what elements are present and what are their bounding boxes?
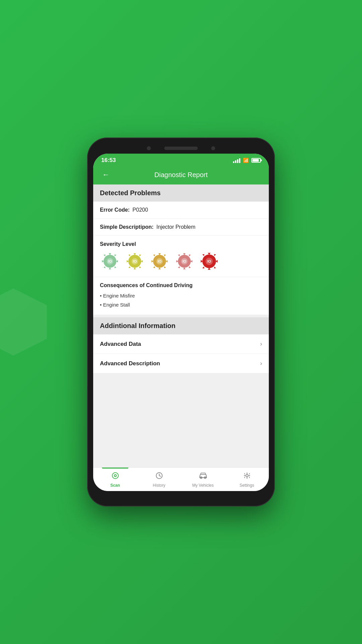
my-vehicles-icon bbox=[198, 472, 208, 482]
severity-gear-3: IO bbox=[149, 251, 170, 271]
nav-my-vehicles[interactable]: My Vehicles bbox=[181, 468, 225, 491]
consequences-section: Consequences of Continued Driving • Engi… bbox=[93, 277, 269, 315]
svg-text:IO: IO bbox=[182, 259, 186, 263]
error-code-value: P0200 bbox=[132, 207, 148, 213]
severity-gear-2: IO bbox=[125, 251, 145, 271]
status-bar: 16:53 📶 bbox=[93, 154, 269, 166]
history-icon bbox=[155, 472, 163, 482]
back-button[interactable]: ← bbox=[100, 170, 112, 179]
advanced-data-row[interactable]: Advanced Data › bbox=[93, 334, 269, 354]
page-title: Diagnostic Report bbox=[112, 171, 250, 179]
section-gap bbox=[93, 315, 269, 317]
nav-settings[interactable]: Settings bbox=[225, 468, 269, 491]
svg-point-21 bbox=[246, 475, 248, 477]
consequence-1: • Engine Misfire bbox=[100, 291, 262, 300]
consequence-2: • Engine Stall bbox=[100, 300, 262, 309]
simple-desc-row: Simple Descriptipon: Injector Problem bbox=[93, 219, 269, 236]
scan-label: Scan bbox=[110, 483, 120, 488]
svg-text:IO: IO bbox=[133, 259, 136, 263]
svg-point-17 bbox=[115, 475, 116, 476]
advanced-data-chevron: › bbox=[260, 340, 262, 347]
detected-problems-title: Detected Problems bbox=[100, 189, 161, 197]
scan-icon bbox=[111, 472, 119, 482]
svg-text:IO: IO bbox=[158, 259, 161, 263]
severity-gear-5: IO bbox=[199, 251, 219, 271]
phone-screen: 16:53 📶 ← Diagnostic Report bbox=[93, 154, 269, 491]
outer-background: 16:53 📶 ← Diagnostic Report bbox=[0, 0, 362, 644]
error-info-card: Error Code: P0200 Simple Descriptipon: I… bbox=[93, 202, 269, 315]
wifi-icon: 📶 bbox=[243, 158, 249, 163]
detected-problems-header: Detected Problems bbox=[93, 184, 269, 202]
phone-shell: 16:53 📶 ← Diagnostic Report bbox=[87, 138, 275, 506]
additional-info-card: Advanced Data › Advanced Description › bbox=[93, 334, 269, 373]
app-header: ← Diagnostic Report bbox=[93, 166, 269, 184]
advanced-description-row[interactable]: Advanced Description › bbox=[93, 354, 269, 373]
signal-icon bbox=[233, 158, 240, 163]
speaker-grille bbox=[164, 147, 198, 150]
advanced-data-label: Advanced Data bbox=[100, 341, 141, 347]
sensor-dot bbox=[211, 146, 215, 150]
consequences-title: Consequences of Continued Driving bbox=[100, 282, 262, 288]
severity-label: Severity Level bbox=[100, 241, 262, 247]
nav-history[interactable]: History bbox=[137, 468, 181, 491]
content-area: Detected Problems Error Code: P0200 Simp… bbox=[93, 184, 269, 467]
phone-notch bbox=[93, 144, 269, 154]
simple-desc-value: Injector Problem bbox=[156, 224, 195, 230]
camera-dot bbox=[147, 146, 151, 150]
severity-gear-1: IO bbox=[100, 251, 120, 271]
svg-text:IO: IO bbox=[108, 259, 112, 263]
nav-scan[interactable]: Scan bbox=[93, 468, 137, 491]
severity-section: Severity Level bbox=[93, 236, 269, 277]
svg-text:IO: IO bbox=[207, 259, 211, 263]
advanced-description-chevron: › bbox=[260, 360, 262, 367]
settings-icon bbox=[243, 472, 251, 482]
simple-desc-label: Simple Descriptipon: bbox=[100, 224, 154, 230]
battery-icon bbox=[251, 158, 261, 163]
severity-icons: IO bbox=[100, 251, 262, 271]
advanced-description-label: Advanced Description bbox=[100, 360, 160, 367]
error-code-row: Error Code: P0200 bbox=[93, 202, 269, 219]
severity-gear-4: IO bbox=[174, 251, 194, 271]
settings-label: Settings bbox=[240, 483, 254, 488]
status-icons: 📶 bbox=[233, 158, 261, 163]
my-vehicles-label: My Vehicles bbox=[192, 483, 214, 488]
additional-info-header: Addintional Information bbox=[93, 317, 269, 334]
additional-info-title: Addintional Information bbox=[100, 322, 176, 329]
history-label: History bbox=[153, 483, 165, 488]
status-time: 16:53 bbox=[101, 157, 116, 164]
error-code-label: Error Code: bbox=[100, 207, 130, 213]
bottom-nav: Scan History bbox=[93, 467, 269, 491]
